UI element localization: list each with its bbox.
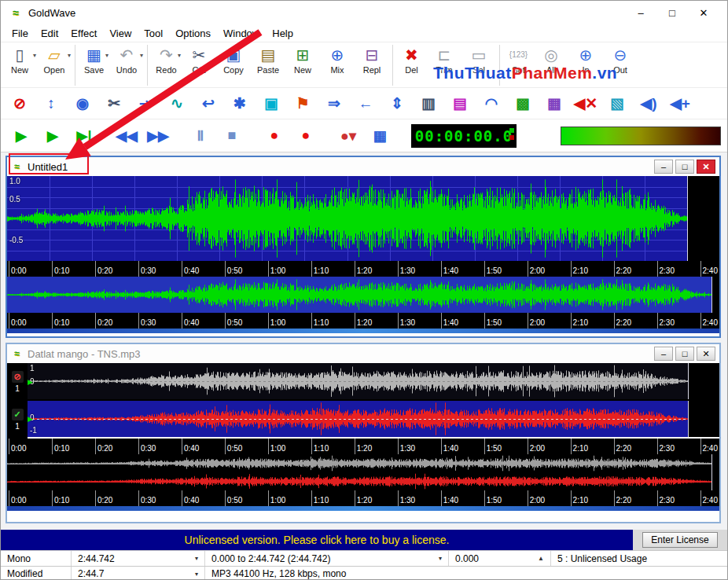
menu-item[interactable]: View bbox=[103, 26, 138, 41]
waveform-canvas-doc2-ch1[interactable] bbox=[28, 363, 719, 399]
device-controls-button[interactable]: ⊘ bbox=[5, 91, 35, 116]
dropdown-arrow-icon[interactable]: ▾ bbox=[195, 555, 198, 562]
waveform-canvas-doc1-overview[interactable] bbox=[7, 277, 719, 313]
dropdown-arrow-icon[interactable]: ▾ bbox=[105, 52, 108, 59]
mix-button[interactable]: ⊕ Mix bbox=[320, 45, 355, 86]
zoom-all-button[interactable]: ◎ All bbox=[534, 45, 568, 86]
record-button[interactable]: ● bbox=[260, 123, 289, 149]
volume-button[interactable]: ⇕ bbox=[382, 91, 412, 116]
insert-button[interactable]: ⇥ bbox=[131, 91, 160, 116]
mute-button[interactable]: ◀✕ bbox=[571, 91, 601, 116]
equalizer-button[interactable]: ▥ bbox=[414, 91, 443, 116]
zoom-out-button[interactable]: ⊖ Out bbox=[603, 45, 638, 86]
waveform-canvas-doc1-main[interactable] bbox=[7, 176, 719, 261]
enter-license-button[interactable]: Enter License bbox=[642, 532, 717, 548]
select-button[interactable]: ▭ Sel bbox=[461, 45, 496, 86]
pause-button[interactable]: Ⅱ bbox=[186, 123, 215, 149]
reverse-button[interactable]: ↩ bbox=[193, 91, 223, 116]
open-button[interactable]: ▱ Open ▾ bbox=[37, 45, 72, 86]
redo-button[interactable]: ↷ Redo ▾ bbox=[147, 45, 182, 86]
dropdown-arrow-icon[interactable]: ▾ bbox=[33, 52, 36, 59]
status-position[interactable]: 0.000 ▲ bbox=[449, 551, 551, 566]
dropdown-arrow-icon[interactable]: ▾ bbox=[195, 571, 198, 578]
record-selection-button[interactable]: ● bbox=[292, 123, 320, 149]
silence-button[interactable]: ✂ bbox=[99, 91, 129, 116]
doc1-minimize-button[interactable]: – bbox=[654, 160, 673, 174]
status-length-short[interactable]: 2:44.7 ▾ bbox=[72, 567, 205, 580]
offset-button[interactable]: ⚑ bbox=[288, 91, 318, 116]
channel-1-mute-icon[interactable]: ⊘ bbox=[12, 371, 24, 383]
menu-item[interactable]: File bbox=[6, 26, 35, 41]
speaker-button[interactable]: ◀) bbox=[634, 91, 664, 116]
time-warp-button[interactable]: ← bbox=[351, 91, 381, 116]
delete-button[interactable]: ✖ Del bbox=[392, 45, 427, 86]
license-message[interactable]: Unlicensed version. Please click here to… bbox=[1, 530, 633, 550]
noise-reduction-button[interactable]: ▩ bbox=[508, 91, 538, 116]
menu-item[interactable]: Edit bbox=[35, 26, 64, 41]
play-selection-button[interactable]: ▶ bbox=[39, 123, 67, 149]
menu-item[interactable]: Options bbox=[169, 26, 217, 41]
shift-button[interactable]: ↕ bbox=[36, 91, 66, 116]
shape-volume-button[interactable]: ▤ bbox=[445, 91, 475, 116]
maximize-button[interactable]: □ bbox=[656, 2, 688, 24]
pitch-button[interactable]: ⇒ bbox=[319, 91, 349, 116]
doc2-restore-button[interactable]: □ bbox=[675, 347, 694, 361]
max-volume-button[interactable]: ◀+ bbox=[665, 91, 695, 116]
trim-button[interactable]: ⊏ Trim bbox=[427, 45, 461, 86]
zoom-in-button[interactable]: ⊕ In bbox=[568, 45, 603, 86]
doc-window-datlat-mango[interactable]: ≈ Datlat mango - TNS.mp3 – □ ✕ ⊘ 1 ✓ 1 bbox=[6, 343, 721, 523]
menu-item[interactable]: Tool bbox=[138, 26, 169, 41]
play-button[interactable]: ▶ bbox=[7, 123, 35, 149]
doppler-button[interactable]: ◉ bbox=[68, 91, 97, 116]
status-length[interactable]: 2:44.742 ▾ bbox=[72, 551, 205, 566]
mechanize-button[interactable]: ▣ bbox=[256, 91, 286, 116]
doc1-close-button[interactable]: ✕ bbox=[697, 160, 715, 174]
monitor-button[interactable]: ●▾ bbox=[334, 123, 362, 149]
spinner-up-icon[interactable]: ▲ bbox=[538, 555, 544, 562]
menu-item[interactable]: Help bbox=[266, 26, 300, 41]
position-marker-icon[interactable]: ▶ bbox=[7, 215, 13, 222]
rewind-button[interactable]: ◀◀ bbox=[112, 123, 141, 149]
paste-button[interactable]: ▤ Paste bbox=[251, 45, 285, 86]
doc2-close-button[interactable]: ✕ bbox=[697, 347, 715, 361]
play-all-button[interactable]: ▶| bbox=[70, 123, 98, 149]
menu-item[interactable]: Effect bbox=[64, 26, 103, 41]
doc1-restore-button[interactable]: □ bbox=[675, 160, 694, 174]
flanger-button[interactable]: ✱ bbox=[225, 91, 255, 116]
channel-1-control[interactable]: ⊘ 1 bbox=[7, 363, 28, 401]
position-marker-icon[interactable]: ▶ bbox=[28, 416, 33, 423]
dropdown-arrow-icon[interactable]: ▾ bbox=[140, 52, 143, 59]
undo-button[interactable]: ↶ Undo ▾ bbox=[109, 45, 144, 86]
spectrum-button[interactable]: ▦ bbox=[539, 91, 569, 116]
interpolate-button[interactable]: ▧ bbox=[602, 91, 632, 116]
dropdown-arrow-icon[interactable]: ▾ bbox=[439, 555, 442, 562]
dropdown-arrow-icon[interactable]: ▾ bbox=[68, 52, 71, 59]
set-button[interactable]: {123} Set bbox=[499, 45, 534, 86]
menu-item[interactable]: Window bbox=[217, 26, 266, 41]
close-button[interactable]: ✕ bbox=[688, 2, 719, 24]
dropdown-arrow-icon[interactable]: ▾ bbox=[178, 52, 181, 59]
doc-window-untitled1[interactable]: ≈ Untitled1 – □ ✕ 1.0 0.5 -0.5 ▶ 0:000:1… bbox=[6, 156, 721, 338]
dynamics-button[interactable]: ∿ bbox=[162, 91, 192, 116]
minimize-button[interactable]: – bbox=[625, 2, 656, 24]
stop-button[interactable]: ■ bbox=[218, 123, 246, 149]
doc1-title-bar[interactable]: ≈ Untitled1 – □ ✕ bbox=[7, 157, 719, 176]
visuals-button[interactable]: ▦ bbox=[366, 123, 394, 149]
status-selection[interactable]: 0.000 to 2:44.742 (2:44.742) ▾ bbox=[205, 551, 449, 566]
fast-forward-button[interactable]: ▶▶ bbox=[144, 123, 172, 149]
cut-button[interactable]: ✂ Cut bbox=[182, 45, 216, 86]
channel-2-enable-icon[interactable]: ✓ bbox=[12, 409, 24, 420]
doc2-title-bar[interactable]: ≈ Datlat mango - TNS.mp3 – □ ✕ bbox=[7, 344, 719, 363]
waveform-canvas-doc2-ch2[interactable] bbox=[28, 401, 719, 437]
doc2-minimize-button[interactable]: – bbox=[654, 347, 673, 361]
replace-button[interactable]: ⊟ Repl bbox=[355, 45, 389, 86]
copy-button[interactable]: ▣ Copy bbox=[216, 45, 251, 86]
save-button[interactable]: ▦ Save ▾ bbox=[75, 45, 109, 86]
paste-new-button[interactable]: ⊞ New bbox=[285, 45, 320, 86]
waveform-canvas-doc2-overview-ch2[interactable] bbox=[7, 472, 719, 490]
channel-2-control[interactable]: ✓ 1 bbox=[7, 401, 28, 439]
new-button[interactable]: ▯ New ▾ bbox=[2, 45, 37, 86]
waveform-canvas-doc2-overview-ch1[interactable] bbox=[7, 454, 719, 472]
fade-button[interactable]: ◠ bbox=[476, 91, 506, 116]
position-marker-icon[interactable]: ▶ bbox=[28, 379, 33, 386]
